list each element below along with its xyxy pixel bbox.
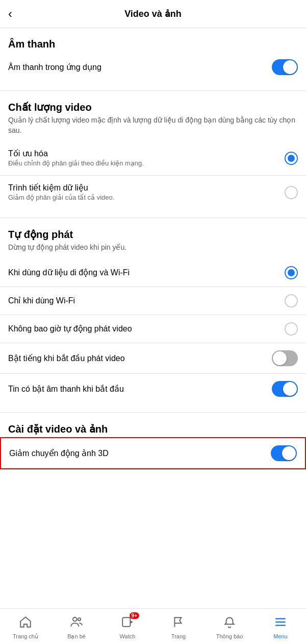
label-toi-uu-hoa: Tối ưu hóa xyxy=(8,149,278,158)
bottom-spacer xyxy=(0,469,306,510)
toggle-giam-chuyen-dong[interactable] xyxy=(271,445,297,461)
rows-cai-dat: Giảm chuyển động ảnh 3D xyxy=(0,437,306,469)
nav-thong-bao[interactable]: Thông báo xyxy=(204,609,255,644)
nav-ban-be[interactable]: Bạn bè xyxy=(51,609,102,644)
sublabel-toi-uu-hoa: Điều chỉnh độ phân giải theo điều kiện m… xyxy=(8,159,278,168)
nav-label-menu: Menu xyxy=(273,633,288,639)
label-am-thanh-ung-dung: Âm thanh trong ứng dụng xyxy=(8,62,266,72)
section-title-cai-dat: Cài đặt video và ảnh xyxy=(8,423,298,435)
row-bat-tieng: Bật tiếng khi bắt đầu phát video xyxy=(0,343,306,374)
radio-khi-dung-du-lieu[interactable] xyxy=(285,266,298,279)
svg-point-1 xyxy=(78,617,81,620)
nav-label-thong-bao: Thông báo xyxy=(216,633,243,639)
label-chi-khi-wifi: Chỉ khi dùng Wi-Fi xyxy=(8,296,278,305)
row-tin-co-bat-am: Tin có bật âm thanh khi bắt đầu xyxy=(0,374,306,404)
section-tu-dong-phat: Tự động phát Dừng tự động phát video khi… xyxy=(0,218,306,253)
content: Âm thanh Âm thanh trong ứng dụng Chất lư… xyxy=(0,28,306,510)
row-am-thanh-ung-dung: Âm thanh trong ứng dụng xyxy=(0,52,306,82)
nav-label-trang: Trang xyxy=(171,633,186,639)
nav-trang[interactable]: Trang xyxy=(153,609,204,644)
toggle-tin-co-bat-am[interactable] xyxy=(272,381,298,397)
nav-watch[interactable]: 9+ Watch xyxy=(102,609,153,644)
page-title: Video và ảnh xyxy=(124,8,182,19)
label-khi-dung-du-lieu: Khi dùng dữ liệu di động và Wi-Fi xyxy=(8,268,278,277)
nav-label-trang-chu: Trang chủ xyxy=(13,633,38,640)
section-am-thanh: Âm thanh xyxy=(0,28,306,50)
row-chi-khi-wifi: Chỉ khi dùng Wi-Fi xyxy=(0,287,306,315)
row-khong-bao-gio: Không bao giờ tự động phát video xyxy=(0,315,306,343)
bottom-nav: Trang chủ Bạn bè 9+ Watch xyxy=(0,608,306,644)
header: ‹ Video và ảnh xyxy=(0,0,306,28)
bell-icon xyxy=(223,615,236,632)
label-bat-tieng: Bật tiếng khi bắt đầu phát video xyxy=(8,353,266,363)
row-tiet-kiem: Trình tiết kiệm dữ liệu Giảm độ phân giả… xyxy=(0,176,306,209)
section-chat-luong-video: Chất lượng video Quản lý chất lượng vide… xyxy=(0,91,306,135)
radio-khong-bao-gio[interactable] xyxy=(285,322,298,336)
nav-menu[interactable]: Menu xyxy=(255,609,306,644)
nav-label-watch: Watch xyxy=(120,633,136,639)
row-khi-dung-du-lieu: Khi dùng dữ liệu di động và Wi-Fi xyxy=(0,259,306,287)
section-title-tu-dong-phat: Tự động phát xyxy=(8,228,298,241)
section-title-chat-luong: Chất lượng video xyxy=(8,101,298,113)
row-toi-uu-hoa: Tối ưu hóa Điều chỉnh độ phân giải theo … xyxy=(0,141,306,176)
radio-tiet-kiem[interactable] xyxy=(285,186,298,199)
svg-rect-2 xyxy=(122,617,130,626)
rows-tu-dong-phat: Khi dùng dữ liệu di động và Wi-Fi Chỉ kh… xyxy=(0,259,306,404)
section-cai-dat-video-anh: Cài đặt video và ảnh xyxy=(0,413,306,435)
label-giam-chuyen-dong: Giảm chuyển động ảnh 3D xyxy=(9,448,265,458)
svg-marker-3 xyxy=(130,621,133,624)
watch-badge: 9+ xyxy=(130,612,139,619)
row-giam-chuyen-dong: Giảm chuyển động ảnh 3D xyxy=(1,438,305,468)
toggle-am-thanh-ung-dung[interactable] xyxy=(272,59,298,75)
section-subtitle-tu-dong-phat: Dừng tự động phát video khi pin yếu. xyxy=(8,243,298,253)
section-title-am-thanh: Âm thanh xyxy=(8,38,298,50)
highlighted-wrapper: Giảm chuyển động ảnh 3D xyxy=(0,437,306,469)
rows-chat-luong: Tối ưu hóa Điều chỉnh độ phân giải theo … xyxy=(0,141,306,209)
label-tin-co-bat-am: Tin có bật âm thanh khi bắt đầu xyxy=(8,384,266,394)
svg-point-0 xyxy=(73,617,77,621)
radio-chi-khi-wifi[interactable] xyxy=(285,294,298,307)
label-tiet-kiem: Trình tiết kiệm dữ liệu xyxy=(8,183,278,193)
sublabel-tiet-kiem: Giảm độ phân giải của tất cả video. xyxy=(8,194,278,202)
friends-icon xyxy=(70,615,83,632)
menu-icon xyxy=(274,615,287,632)
nav-label-ban-be: Bạn bè xyxy=(67,633,86,640)
toggle-bat-tieng[interactable] xyxy=(272,350,298,366)
nav-trang-chu[interactable]: Trang chủ xyxy=(0,609,51,644)
home-icon xyxy=(19,615,32,632)
section-subtitle-chat-luong: Quản lý chất lượng video mặc định và lượ… xyxy=(8,115,298,135)
radio-toi-uu-hoa[interactable] xyxy=(285,152,298,165)
back-button[interactable]: ‹ xyxy=(8,7,12,21)
watch-icon: 9+ xyxy=(121,615,134,632)
flag-icon xyxy=(172,615,185,632)
label-khong-bao-gio: Không bao giờ tự động phát video xyxy=(8,324,278,333)
rows-am-thanh: Âm thanh trong ứng dụng xyxy=(0,52,306,82)
